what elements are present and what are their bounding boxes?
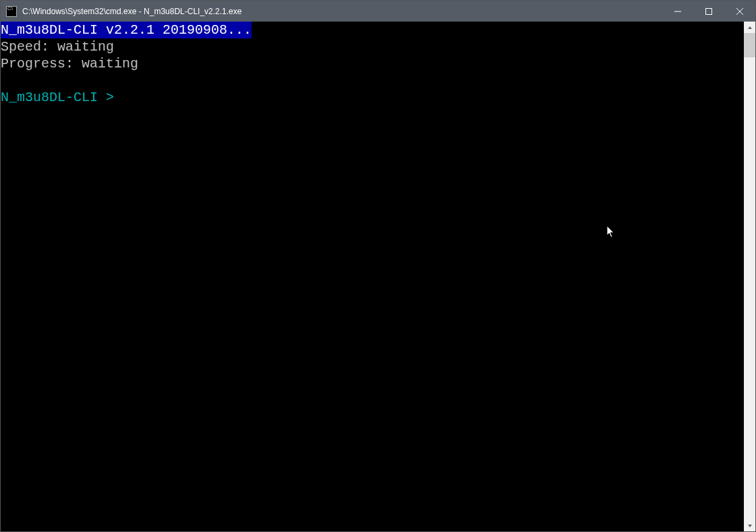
title-bar-left: C:\Windows\System32\cmd.exe - N_m3u8DL-C… xyxy=(1,1,241,22)
window-title: C:\Windows\System32\cmd.exe - N_m3u8DL-C… xyxy=(22,7,241,16)
terminal-output[interactable]: N_m3u8DL-CLI v2.2.1 20190908... Speed: w… xyxy=(1,22,744,531)
scroll-thumb[interactable] xyxy=(744,33,755,57)
app-header-line: N_m3u8DL-CLI v2.2.1 20190908... xyxy=(1,22,252,38)
mouse-cursor-icon xyxy=(542,209,615,260)
client-area: N_m3u8DL-CLI v2.2.1 20190908... Speed: w… xyxy=(1,22,755,531)
vertical-scrollbar[interactable] xyxy=(744,22,755,531)
speed-line: Speed: waiting xyxy=(1,39,114,55)
cmd-window: C:\Windows\System32\cmd.exe - N_m3u8DL-C… xyxy=(0,0,756,532)
svg-rect-1 xyxy=(706,8,712,14)
scroll-down-button[interactable] xyxy=(744,520,755,531)
maximize-button[interactable] xyxy=(693,1,724,22)
scroll-track[interactable] xyxy=(744,33,755,520)
cli-prompt: N_m3u8DL-CLI > xyxy=(1,90,122,105)
scroll-up-button[interactable] xyxy=(744,22,755,33)
window-controls xyxy=(662,1,755,22)
cmd-icon xyxy=(6,6,17,17)
title-bar[interactable]: C:\Windows\System32\cmd.exe - N_m3u8DL-C… xyxy=(1,1,755,22)
close-button[interactable] xyxy=(724,1,755,22)
progress-line: Progress: waiting xyxy=(1,56,138,71)
minimize-button[interactable] xyxy=(662,1,693,22)
